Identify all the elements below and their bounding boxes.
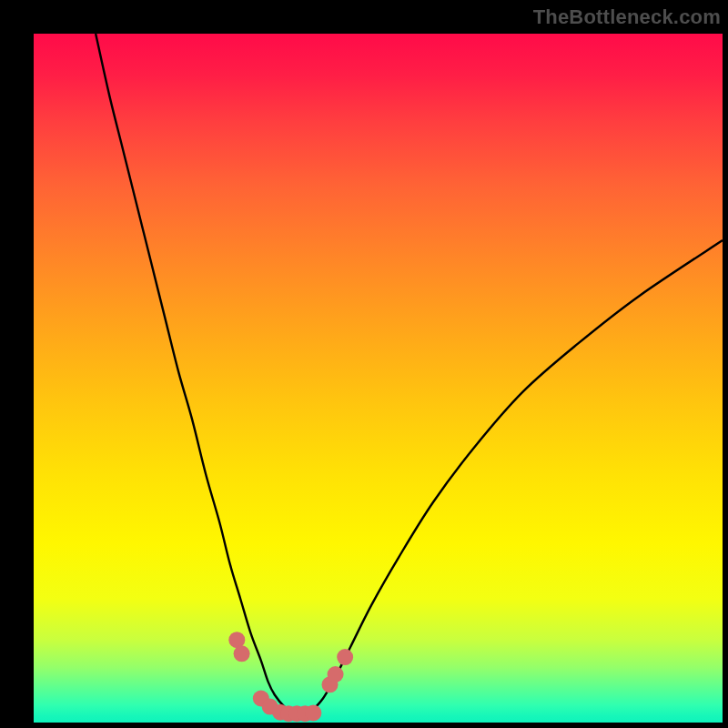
marker-dot (337, 649, 353, 665)
watermark-text: TheBottleneck.com (533, 5, 721, 29)
plot-area (34, 34, 723, 723)
left-curve (96, 34, 296, 713)
right-curve (309, 240, 723, 713)
chart-overlay (34, 34, 723, 723)
marker-dot (305, 704, 321, 721)
marker-dot (234, 645, 250, 662)
marker-dot (328, 666, 344, 682)
markers-right (297, 649, 353, 722)
chart-frame: TheBottleneck.com (0, 0, 728, 728)
